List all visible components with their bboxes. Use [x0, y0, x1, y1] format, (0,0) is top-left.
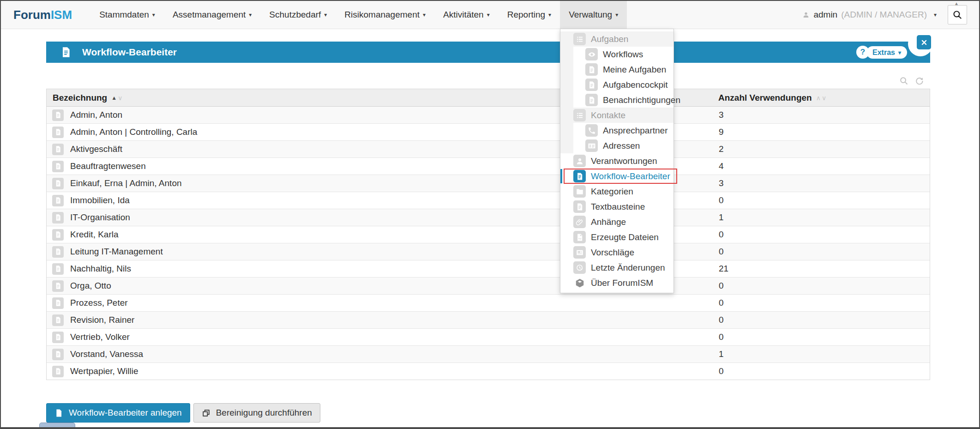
user-name: admin	[813, 10, 837, 20]
table-row-revision-rainer[interactable]: Revision, Rainer0	[47, 312, 930, 329]
app-window: ForumISM Stammdaten▾Assetmanagement▾Schu…	[0, 0, 980, 429]
document-icon	[52, 212, 64, 224]
cell-anzahl-verwendungen: 0	[715, 230, 930, 240]
table-row-immobilien-ida[interactable]: Immobilien, Ida0	[47, 192, 930, 209]
menu-item-ansprechpartner[interactable]: Ansprechpartner	[560, 123, 673, 138]
nav-item-assetmanagement[interactable]: Assetmanagement▾	[164, 1, 260, 29]
chevron-down-icon: ▾	[423, 12, 426, 18]
nav-item-label: Schutzbedarf	[269, 10, 321, 20]
active-indicator-bar	[560, 169, 562, 183]
table-row-vorstand-vanessa[interactable]: Vorstand, Vanessa1	[47, 346, 930, 363]
table-row-it-organisation[interactable]: IT-Organisation1	[47, 209, 930, 226]
table-search-icon[interactable]	[899, 76, 908, 85]
menu-item-uber-forumism[interactable]: Über ForumISM	[560, 275, 673, 290]
cell-anzahl-verwendungen: 1	[715, 349, 930, 359]
table-row-vertrieb-volker[interactable]: Vertrieb, Volker0	[47, 329, 930, 346]
menu-item-adressen[interactable]: Adressen	[560, 138, 673, 153]
create-workflow-editor-button[interactable]: Workflow-Bearbeiter anlegen	[46, 403, 190, 423]
menu-item-label: Verantwortungen	[591, 156, 657, 166]
menu-item-letzte-anderungen[interactable]: Letzte Änderungen	[560, 260, 673, 275]
close-panel-button[interactable]	[917, 35, 931, 49]
row-name: Vorstand, Vanessa	[70, 349, 143, 359]
menu-item-textbausteine[interactable]: Textbausteine	[560, 199, 673, 214]
close-icon	[921, 39, 927, 46]
file-icon	[54, 409, 63, 417]
menu-item-kategorien[interactable]: Kategorien	[560, 184, 673, 199]
nav-item-reporting[interactable]: Reporting▾	[499, 1, 560, 29]
menu-item-erzeugte-dateien[interactable]: Erzeugte Dateien	[560, 230, 673, 245]
menu-item-meine-aufgaben[interactable]: Meine Aufgaben	[560, 62, 673, 77]
menu-item-verantwortungen[interactable]: Verantwortungen	[560, 153, 673, 169]
row-name: Wertpapier, Willie	[70, 366, 138, 376]
address-card-icon	[585, 139, 598, 152]
column-label: Anzahl Verwendungen	[718, 93, 812, 103]
menu-item-workflows[interactable]: Workflows	[560, 47, 673, 62]
document-icon	[52, 229, 64, 241]
sort-desc-icon[interactable]: ∨	[118, 94, 122, 102]
logo-secondary-text: ISM	[51, 8, 72, 22]
cell-anzahl-verwendungen: 1	[715, 212, 930, 223]
table-row-wertpapier-willie[interactable]: Wertpapier, Willie0	[47, 363, 930, 380]
document-icon	[52, 314, 64, 326]
menu-item-label: Kontakte	[591, 110, 625, 121]
menu-item-workflow-bearbeiter[interactable]: Workflow-Bearbeiter	[560, 169, 673, 184]
nav-item-label: Assetmanagement	[173, 10, 246, 20]
workflow-editors-table: Bezeichnung ▲ ∨ Anzahl Verwendungen ∧ ∨ …	[46, 89, 930, 380]
nav-item-aktivitaten[interactable]: Aktivitäten▾	[434, 1, 499, 29]
sort-asc-icon[interactable]: ∧	[816, 94, 821, 102]
cell-bezeichnung: Wertpapier, Willie	[47, 366, 715, 377]
clone-icon	[202, 409, 210, 417]
nav-item-risikomanagement[interactable]: Risikomanagement▾	[336, 1, 434, 29]
table-row-nachhaltig-nils[interactable]: Nachhaltig, Nils21	[47, 260, 930, 278]
menu-item-label: Anhänge	[591, 217, 626, 227]
app-logo[interactable]: ForumISM	[13, 8, 72, 22]
nav-item-schutzbedarf[interactable]: Schutzbedarf▾	[260, 1, 336, 29]
row-name: Orga, Otto	[70, 281, 111, 291]
document-icon	[52, 349, 64, 360]
menu-item-anhange[interactable]: Anhänge	[560, 214, 673, 230]
row-name: Prozess, Peter	[70, 298, 128, 308]
sort-asc-active-icon[interactable]: ▲	[111, 95, 117, 101]
table-row-admin-anton-controlling-carla[interactable]: Admin, Anton | Controlling, Carla9	[47, 124, 930, 141]
document-icon	[585, 94, 598, 106]
table-row-leitung-it-management[interactable]: Leitung IT-Management0	[47, 243, 930, 260]
user-menu[interactable]: admin (ADMIN / MANAGER) ▾	[802, 1, 937, 29]
row-name: Admin, Anton | Controlling, Carla	[70, 127, 197, 137]
menu-item-vorschlage[interactable]: Vorschläge	[560, 245, 673, 260]
extras-button[interactable]: Extras ▾	[866, 46, 907, 59]
menu-item-label: Textbausteine	[591, 202, 645, 212]
nav-item-label: Aktivitäten	[443, 10, 484, 20]
cleanup-button[interactable]: Bereinigung durchführen	[193, 403, 320, 423]
table-row-orga-otto[interactable]: Orga, Otto0	[47, 278, 930, 295]
chevron-down-icon: ▾	[615, 12, 618, 18]
document-icon	[52, 366, 64, 377]
global-search-button[interactable]	[948, 5, 967, 24]
column-header-anzahl-verwendungen[interactable]: Anzahl Verwendungen ∧ ∨	[715, 93, 930, 103]
sort-desc-icon[interactable]: ∨	[822, 94, 826, 102]
table-refresh-icon[interactable]	[914, 76, 924, 85]
table-row-einkauf-erna-admin-anton[interactable]: Einkauf, Erna | Admin, Anton3	[47, 175, 930, 192]
nav-item-verwaltung[interactable]: Verwaltung▾	[560, 1, 627, 29]
nav-item-label: Verwaltung	[569, 10, 612, 20]
table-row-admin-anton[interactable]: Admin, Anton3	[47, 107, 930, 124]
history-icon	[573, 261, 586, 274]
menu-item-label: Meine Aufgaben	[603, 65, 666, 75]
row-name: Einkauf, Erna | Admin, Anton	[70, 178, 182, 188]
cell-bezeichnung: Revision, Rainer	[47, 314, 715, 326]
scroll-up-arrow[interactable]: ▲	[954, 1, 959, 6]
list-icon	[573, 109, 586, 121]
menu-item-aufgabencockpit[interactable]: Aufgabencockpit	[560, 77, 673, 92]
nav-item-stammdaten[interactable]: Stammdaten▾	[90, 1, 164, 29]
table-header-row: Bezeichnung ▲ ∨ Anzahl Verwendungen ∧ ∨	[47, 89, 930, 107]
table-row-kredit-karla[interactable]: Kredit, Karla0	[47, 226, 930, 243]
menu-item-label: Vorschläge	[591, 248, 634, 258]
cell-anzahl-verwendungen: 0	[715, 247, 930, 257]
verwaltung-dropdown: AufgabenWorkflowsMeine AufgabenAufgabenc…	[560, 29, 674, 293]
menu-item-label: Workflows	[603, 49, 643, 60]
cell-anzahl-verwendungen: 3	[715, 110, 930, 120]
table-row-beauftragtenwesen[interactable]: Beauftragtenwesen4	[47, 158, 930, 175]
table-row-prozess-peter[interactable]: Prozess, Peter0	[47, 295, 930, 312]
phone-icon	[585, 124, 598, 137]
menu-item-benachrichtigungen[interactable]: Benachrichtigungen	[560, 92, 673, 108]
table-row-aktivgeschaft[interactable]: Aktivgeschäft2	[47, 141, 930, 158]
